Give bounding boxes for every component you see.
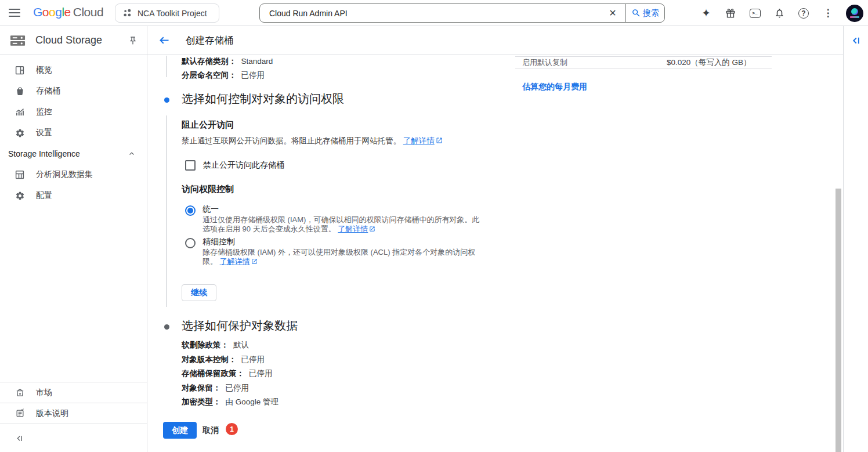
sidebar-item-configuration[interactable]: 配置	[0, 185, 147, 206]
pin-icon[interactable]	[128, 36, 138, 45]
search-clear-icon[interactable]: ✕	[600, 4, 625, 22]
marketplace-icon	[15, 388, 25, 398]
right-rail	[843, 26, 868, 452]
sidebar-item-marketplace[interactable]: 市场	[0, 382, 147, 403]
summary-row: 软删除政策：默认	[182, 338, 279, 353]
monitoring-chart-icon	[15, 107, 25, 117]
dataset-table-icon	[15, 169, 25, 180]
summary-row: 对象版本控制：已停用	[182, 353, 279, 367]
sidebar-item-insights-datasets[interactable]: 分析洞见数据集	[0, 164, 147, 185]
block-public-access-description: 禁止通过互联网公开访问数据。将阻止此存储桶用于网站托管。 了解详情	[182, 136, 443, 146]
gift-icon[interactable]	[724, 7, 737, 20]
external-link-icon	[251, 258, 258, 267]
vertical-scrollbar[interactable]	[836, 189, 841, 452]
project-name: NCA Toolkit Project	[138, 9, 207, 18]
radio-fine-grained[interactable]	[185, 238, 196, 248]
radio-uniform-selected[interactable]	[185, 205, 196, 216]
top-app-bar: GoogleCloud NCA Toolkit Project ✕ 搜索 ✦ >…	[0, 0, 868, 26]
stepper-line	[167, 115, 167, 307]
chevron-up-icon	[128, 150, 135, 157]
fine-grained-option-label[interactable]: 精细控制	[202, 237, 235, 247]
overview-icon	[15, 65, 25, 75]
search-bar: ✕ 搜索	[259, 3, 665, 23]
notification-badge: 1	[226, 423, 238, 435]
sidebar-collapse-icon[interactable]	[0, 424, 147, 452]
topbar-actions: ✦ >_ ? ⋮	[700, 0, 863, 26]
external-link-icon	[436, 137, 443, 146]
summary-row: 默认存储类别：Standard	[182, 55, 273, 68]
access-control-heading: 访问权限控制	[182, 184, 234, 195]
sidebar-product-header: Cloud Storage	[0, 26, 147, 55]
bucket-icon	[15, 86, 25, 96]
project-selector[interactable]: NCA Toolkit Project	[115, 3, 219, 23]
sidebar-product-title: Cloud Storage	[35, 34, 128, 46]
notifications-bell-icon[interactable]	[773, 7, 786, 20]
main-menu-icon[interactable]	[8, 6, 21, 19]
block-public-access-checkbox-row[interactable]: 禁止公开访问此存储桶	[185, 160, 284, 171]
step-bullet-active	[164, 97, 169, 103]
cloud-wordmark: Cloud	[73, 5, 103, 19]
google-cloud-logo: GoogleCloud	[33, 5, 103, 19]
summary-row: 对象保留：已停用	[182, 381, 279, 396]
continue-button[interactable]: 继续	[182, 284, 216, 301]
cloud-shell-icon[interactable]: >_	[748, 7, 761, 20]
cancel-button[interactable]: 取消	[202, 425, 219, 436]
protect-step-title: 选择如何保护对象数据	[182, 317, 298, 334]
page-title: 创建存储桶	[186, 34, 234, 47]
more-options-icon[interactable]: ⋮	[822, 7, 834, 20]
summary-row: 存储桶保留政策：已停用	[182, 367, 279, 381]
step-bullet-inactive	[164, 324, 169, 330]
fine-grained-option-description: 除存储桶级权限 (IAM) 外，还可以使用对象级权限 (ACL) 指定对各个对象…	[202, 248, 483, 266]
replication-cost-row: 启用默认复制 $0.020（每写入的 GB）	[515, 56, 772, 68]
protect-step-summary: 软删除政策：默认 对象版本控制：已停用 存储桶保留政策：已停用 对象保留：已停用…	[182, 338, 279, 410]
previous-step-summary: 默认存储类别：Standard 分层命名空间：已停用	[182, 55, 273, 82]
access-step-title: 选择如何控制对对象的访问权限	[182, 91, 344, 107]
sidebar-item-settings[interactable]: 设置	[0, 122, 147, 143]
help-icon[interactable]: ?	[797, 7, 810, 20]
create-button[interactable]: 创建	[163, 422, 197, 439]
collapse-panel-icon[interactable]	[850, 35, 862, 46]
stepper-line	[167, 56, 167, 77]
create-bucket-form: 默认存储类别：Standard 分层命名空间：已停用 选择如何控制对对象的访问权…	[147, 55, 843, 452]
search-icon	[631, 8, 641, 18]
learn-more-link[interactable]: 了解详情	[220, 257, 250, 266]
page-header: 创建存储桶	[147, 26, 843, 55]
project-icon	[122, 8, 132, 18]
learn-more-link[interactable]: 了解详情	[403, 136, 435, 145]
summary-row: 分层命名空间：已停用	[182, 68, 273, 82]
gear-icon	[15, 190, 25, 201]
account-avatar[interactable]	[846, 5, 863, 22]
sidebar-item-overview[interactable]: 概览	[0, 60, 147, 81]
external-link-icon	[369, 225, 375, 234]
avatar-logo	[851, 8, 858, 15]
sidebar-footer: 市场 版本说明	[0, 382, 147, 452]
search-button-label: 搜索	[643, 8, 659, 19]
sidebar-item-buckets[interactable]: 存储桶	[0, 81, 147, 102]
sidebar-nav: 概览 存储桶 监控 设置 Storage Intelligence 分析洞见数据…	[0, 55, 147, 206]
gemini-sparkle-icon[interactable]: ✦	[700, 7, 713, 20]
sidebar: Cloud Storage 概览 存储桶 监控 设置 Storage Intel…	[0, 26, 147, 452]
summary-row: 加密类型：由 Google 管理	[182, 395, 279, 410]
search-button[interactable]: 搜索	[625, 4, 664, 22]
checkbox-unchecked[interactable]	[185, 160, 196, 171]
learn-more-link[interactable]: 了解详情	[338, 225, 368, 233]
sidebar-item-release-notes[interactable]: 版本说明	[0, 403, 147, 424]
cost-table: 启用默认复制 $0.020（每写入的 GB）	[515, 56, 772, 68]
search-input[interactable]	[269, 9, 600, 18]
block-public-access-heading: 阻止公开访问	[182, 120, 234, 131]
sidebar-section-storage-intelligence[interactable]: Storage Intelligence	[0, 143, 147, 164]
uniform-option-label[interactable]: 统一	[202, 204, 219, 215]
cloud-storage-icon	[10, 34, 26, 47]
estimate-monthly-cost-link[interactable]: 估算您的每月费用	[522, 82, 587, 92]
sidebar-item-monitoring[interactable]: 监控	[0, 102, 147, 122]
main-panel: 创建存储桶 默认存储类别：Standard 分层命名空间：已停用 选择如何控制对…	[147, 26, 843, 452]
search-field[interactable]	[260, 4, 600, 22]
back-arrow-icon[interactable]	[158, 34, 171, 46]
uniform-option-description: 通过仅使用存储桶级权限 (IAM)，可确保以相同的权限访问存储桶中的所有对象。此…	[202, 215, 483, 234]
release-notes-icon	[15, 408, 25, 419]
gear-icon	[15, 128, 25, 138]
